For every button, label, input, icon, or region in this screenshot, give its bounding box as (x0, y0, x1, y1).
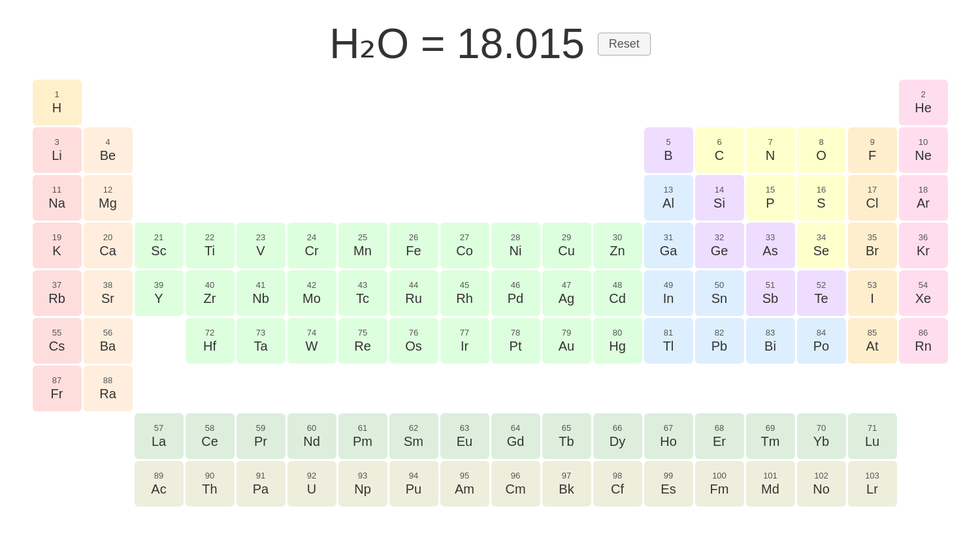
element-rn[interactable]: 86Rn (899, 318, 948, 364)
element-rh[interactable]: 45Rh (440, 270, 489, 316)
element-tl[interactable]: 81Tl (644, 318, 693, 364)
element-re[interactable]: 75Re (338, 318, 387, 364)
element-am[interactable]: 95Am (440, 461, 489, 507)
element-hf[interactable]: 72Hf (186, 318, 235, 364)
element-pb[interactable]: 82Pb (695, 318, 744, 364)
element-he[interactable]: 2He (899, 80, 948, 125)
element-sr[interactable]: 38Sr (84, 270, 133, 316)
element-ni[interactable]: 28Ni (491, 223, 540, 268)
element-mo[interactable]: 42Mo (287, 270, 336, 316)
element-tc[interactable]: 43Tc (338, 270, 387, 316)
element-sn[interactable]: 50Sn (695, 270, 744, 316)
element-ag[interactable]: 47Ag (542, 270, 591, 316)
element-in[interactable]: 49In (644, 270, 693, 316)
element-i[interactable]: 53I (848, 270, 897, 316)
element-dy[interactable]: 66Dy (593, 413, 642, 459)
element-c[interactable]: 6C (695, 127, 744, 173)
element-b[interactable]: 5B (644, 127, 693, 173)
element-no[interactable]: 102No (797, 461, 846, 507)
element-bk[interactable]: 97Bk (542, 461, 591, 507)
element-np[interactable]: 93Np (338, 461, 387, 507)
element-al[interactable]: 13Al (644, 175, 693, 221)
element-ce[interactable]: 58Ce (186, 413, 235, 459)
element-nb[interactable]: 41Nb (237, 270, 286, 316)
element-cd[interactable]: 48Cd (593, 270, 642, 316)
element-cf[interactable]: 98Cf (593, 461, 642, 507)
element-cl[interactable]: 17Cl (848, 175, 897, 221)
element-at[interactable]: 85At (848, 318, 897, 364)
element-ta[interactable]: 73Ta (237, 318, 286, 364)
element-ga[interactable]: 31Ga (644, 223, 693, 268)
element-be[interactable]: 4Be (84, 127, 133, 173)
element-hg[interactable]: 80Hg (593, 318, 642, 364)
element-cr[interactable]: 24Cr (287, 223, 336, 268)
element-rb[interactable]: 37Rb (33, 270, 82, 316)
element-sc[interactable]: 21Sc (135, 223, 184, 268)
element-na[interactable]: 11Na (33, 175, 82, 221)
element-mg[interactable]: 12Mg (84, 175, 133, 221)
element-au[interactable]: 79Au (542, 318, 591, 364)
element-tb[interactable]: 65Tb (542, 413, 591, 459)
element-ge[interactable]: 32Ge (695, 223, 744, 268)
element-os[interactable]: 76Os (389, 318, 438, 364)
element-zr[interactable]: 40Zr (186, 270, 235, 316)
element-ne[interactable]: 10Ne (899, 127, 948, 173)
element-ir[interactable]: 77Ir (440, 318, 489, 364)
element-s[interactable]: 16S (797, 175, 846, 221)
element-lu[interactable]: 71Lu (848, 413, 897, 459)
element-tm[interactable]: 69Tm (746, 413, 795, 459)
element-nd[interactable]: 60Nd (287, 413, 336, 459)
element-ra[interactable]: 88Ra (84, 366, 133, 411)
element-xe[interactable]: 54Xe (899, 270, 948, 316)
element-pt[interactable]: 78Pt (491, 318, 540, 364)
element-sb[interactable]: 51Sb (746, 270, 795, 316)
element-pd[interactable]: 46Pd (491, 270, 540, 316)
element-p[interactable]: 15P (746, 175, 795, 221)
reset-button[interactable]: Reset (598, 33, 651, 55)
element-n[interactable]: 7N (746, 127, 795, 173)
element-h[interactable]: 1H (33, 80, 82, 125)
element-k[interactable]: 19K (33, 223, 82, 268)
element-md[interactable]: 101Md (746, 461, 795, 507)
element-ca[interactable]: 20Ca (84, 223, 133, 268)
element-sm[interactable]: 62Sm (389, 413, 438, 459)
element-te[interactable]: 52Te (797, 270, 846, 316)
element-se[interactable]: 34Se (797, 223, 846, 268)
element-la[interactable]: 57La (135, 413, 184, 459)
element-br[interactable]: 35Br (848, 223, 897, 268)
element-es[interactable]: 99Es (644, 461, 693, 507)
element-si[interactable]: 14Si (695, 175, 744, 221)
element-fe[interactable]: 26Fe (389, 223, 438, 268)
element-w[interactable]: 74W (287, 318, 336, 364)
element-cu[interactable]: 29Cu (542, 223, 591, 268)
element-u[interactable]: 92U (287, 461, 336, 507)
element-as[interactable]: 33As (746, 223, 795, 268)
element-po[interactable]: 84Po (797, 318, 846, 364)
element-bi[interactable]: 83Bi (746, 318, 795, 364)
element-er[interactable]: 68Er (695, 413, 744, 459)
element-o[interactable]: 8O (797, 127, 846, 173)
element-li[interactable]: 3Li (33, 127, 82, 173)
element-yb[interactable]: 70Yb (797, 413, 846, 459)
element-gd[interactable]: 64Gd (491, 413, 540, 459)
element-y[interactable]: 39Y (135, 270, 184, 316)
element-cm[interactable]: 96Cm (491, 461, 540, 507)
element-cs[interactable]: 55Cs (33, 318, 82, 364)
element-eu[interactable]: 63Eu (440, 413, 489, 459)
element-lr[interactable]: 103Lr (848, 461, 897, 507)
element-ba[interactable]: 56Ba (84, 318, 133, 364)
element-ac[interactable]: 89Ac (135, 461, 184, 507)
element-pm[interactable]: 61Pm (338, 413, 387, 459)
element-kr[interactable]: 36Kr (899, 223, 948, 268)
element-ti[interactable]: 22Ti (186, 223, 235, 268)
element-fr[interactable]: 87Fr (33, 366, 82, 411)
element-ru[interactable]: 44Ru (389, 270, 438, 316)
element-ho[interactable]: 67Ho (644, 413, 693, 459)
element-ar[interactable]: 18Ar (899, 175, 948, 221)
element-f[interactable]: 9F (848, 127, 897, 173)
element-pu[interactable]: 94Pu (389, 461, 438, 507)
element-mn[interactable]: 25Mn (338, 223, 387, 268)
element-pa[interactable]: 91Pa (237, 461, 286, 507)
element-v[interactable]: 23V (237, 223, 286, 268)
element-co[interactable]: 27Co (440, 223, 489, 268)
